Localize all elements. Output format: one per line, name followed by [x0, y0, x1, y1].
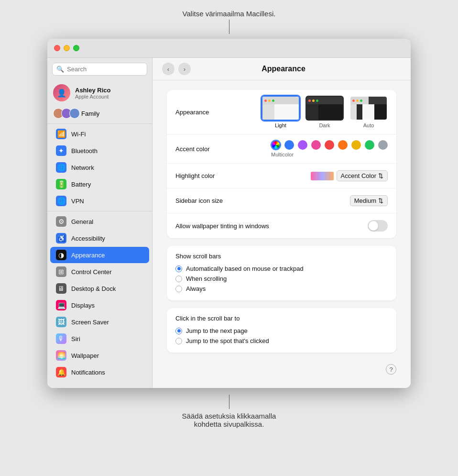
appearance-thumb-dark	[305, 96, 344, 121]
annotation-bottom: Säädä asetuksia klikkaamallakohdetta siv…	[182, 395, 276, 428]
wallpaper-tinting-label: Allow wallpaper tinting in windows	[175, 222, 269, 230]
minimize-button[interactable]	[64, 45, 70, 51]
panel-header: ‹ › Appearance	[153, 58, 411, 80]
panel-body: Appearance	[153, 80, 411, 388]
sidebar-item-accessibility-label: Accessibility	[71, 235, 105, 242]
sidebar-item-controlcenter[interactable]: ⊞ Control Center	[50, 264, 149, 280]
click-option-clickedspot-label: Jump to the spot that's clicked	[186, 337, 269, 344]
sidebar-icon-size-row: Sidebar icon size Medium ⇅	[167, 188, 396, 213]
siri-icon: 🎙	[56, 333, 66, 344]
accent-dot-blue[interactable]	[284, 140, 294, 150]
sidebar-item-siri[interactable]: 🎙 Siri	[50, 331, 149, 347]
sidebar-item-displays[interactable]: 💻 Displays	[50, 297, 149, 313]
thumb-dot-red	[264, 100, 267, 102]
accent-dot-multicolor[interactable]	[271, 140, 281, 150]
thumb-sidebar-light	[262, 104, 274, 120]
accent-sublabel: Multicolor	[271, 152, 294, 157]
accent-dot-green[interactable]	[365, 140, 374, 150]
sidebar-divider-1	[47, 123, 152, 124]
sidebar-item-bluetooth[interactable]: ✦ Bluetooth	[50, 143, 149, 159]
thumb-titlebar-auto	[350, 97, 387, 104]
sidebar-item-screensaver[interactable]: 🖼 Screen Saver	[50, 314, 149, 330]
appearance-options-control: Light	[252, 96, 388, 128]
appearance-options: Light	[262, 96, 388, 128]
sidebar-item-general[interactable]: ⚙ General	[50, 213, 149, 230]
highlight-swatch	[311, 172, 334, 180]
scroll-option-scrolling[interactable]: When scrolling	[175, 274, 388, 284]
sidebar-item-network[interactable]: 🌐 Network	[50, 159, 149, 176]
radio-dot-auto	[177, 267, 181, 270]
thumb-dot-green-auto	[360, 100, 362, 102]
sidebar-item-displays-label: Displays	[71, 302, 95, 309]
thumb-dot-green-dark	[316, 100, 318, 102]
sidebar-item-screensaver-label: Screen Saver	[71, 319, 109, 326]
sidebar-item-desktop[interactable]: 🖥 Desktop & Dock	[50, 280, 149, 297]
search-bar[interactable]: 🔍	[52, 63, 147, 76]
appearance-option-auto[interactable]: Auto	[349, 96, 388, 128]
accent-dot-red[interactable]	[325, 140, 334, 150]
sidebar-item-appearance[interactable]: ◑ Appearance	[50, 247, 149, 263]
displays-icon: 💻	[56, 300, 66, 310]
thumb-body-auto	[350, 104, 387, 120]
appearance-option-light[interactable]: Light	[262, 96, 300, 128]
family-label: Family	[81, 110, 99, 117]
scroll-option-auto[interactable]: Automatically based on mouse or trackpad	[175, 264, 388, 274]
thumb-light-inner	[262, 97, 299, 120]
traffic-lights	[54, 45, 79, 51]
sidebar-item-general-label: General	[71, 218, 93, 225]
thumb-content-light	[274, 104, 299, 120]
thumb-dot-red-auto	[352, 100, 355, 102]
accent-dot-pink[interactable]	[311, 140, 321, 150]
highlight-value-control: Accent Color ⇅	[311, 170, 388, 181]
accent-colors: Multicolor	[271, 140, 388, 157]
click-option-nextpage[interactable]: Jump to the next page	[175, 326, 388, 336]
chevron-updown-icon-2: ⇅	[378, 197, 383, 204]
accent-dot-orange[interactable]	[338, 140, 348, 150]
thumb-dot-green	[272, 100, 274, 102]
highlight-select[interactable]: Accent Color ⇅	[337, 170, 388, 181]
thumb-dot-red-dark	[308, 100, 311, 102]
sidebar-item-controlcenter-label: Control Center	[71, 268, 112, 276]
wallpaper-tinting-control	[269, 220, 388, 232]
sidebar-item-wallpaper[interactable]: 🌅 Wallpaper	[50, 347, 149, 364]
maximize-button[interactable]	[73, 45, 79, 51]
help-button[interactable]: ?	[386, 364, 396, 375]
toggle-thumb	[369, 221, 378, 231]
search-input[interactable]	[67, 66, 147, 73]
click-option-clickedspot[interactable]: Jump to the spot that's clicked	[175, 336, 388, 346]
sidebar-icon-size-value: Medium	[354, 197, 376, 204]
family-avatars	[53, 108, 77, 119]
network-icon: 🌐	[56, 162, 66, 173]
accent-dot-purple[interactable]	[298, 140, 307, 150]
thumb-dot-yellow	[268, 100, 271, 102]
click-scroll-bar-section: Click in the scroll bar to Jump to the n…	[167, 308, 396, 353]
sidebar-icon-size-select[interactable]: Medium ⇅	[350, 195, 388, 206]
wallpaper-tinting-toggle[interactable]	[368, 220, 388, 232]
sidebar-item-vpn[interactable]: 🌐 VPN	[50, 193, 149, 209]
sidebar-item-accessibility[interactable]: ♿ Accessibility	[50, 230, 149, 246]
accent-dot-graphite[interactable]	[378, 140, 388, 150]
thumb-titlebar-dark	[306, 97, 343, 104]
sidebar-item-family[interactable]: Family	[47, 105, 152, 122]
sidebar-item-wifi[interactable]: 📶 Wi-Fi	[50, 126, 149, 142]
appearance-thumb-auto	[349, 96, 388, 121]
back-button[interactable]: ‹	[162, 63, 174, 75]
appearance-option-dark[interactable]: Dark	[305, 96, 344, 128]
thumb-sidebar-dark	[306, 104, 318, 120]
forward-button[interactable]: ›	[178, 63, 191, 75]
annotation-bottom-text: Säädä asetuksia klikkaamallakohdetta siv…	[182, 412, 276, 428]
thumb-dot-yellow-auto	[356, 100, 359, 102]
user-section[interactable]: 👤 Ashley Rico Apple Account	[47, 80, 152, 105]
scroll-option-scrolling-label: When scrolling	[186, 275, 227, 282]
family-avatar-3	[69, 108, 80, 119]
user-info: Ashley Rico Apple Account	[75, 87, 110, 100]
scroll-option-always[interactable]: Always	[175, 284, 388, 294]
sidebar-item-notifications[interactable]: 🔔 Notifications	[50, 364, 149, 380]
accent-color-row: Accent color	[167, 134, 396, 164]
appearance-option-light-label: Light	[275, 122, 286, 128]
accent-dot-yellow[interactable]	[351, 140, 361, 150]
close-button[interactable]	[54, 45, 60, 51]
sidebar-item-desktop-label: Desktop & Dock	[71, 285, 116, 292]
click-option-nextpage-label: Jump to the next page	[186, 327, 248, 334]
sidebar-item-battery[interactable]: 🔋 Battery	[50, 176, 149, 192]
